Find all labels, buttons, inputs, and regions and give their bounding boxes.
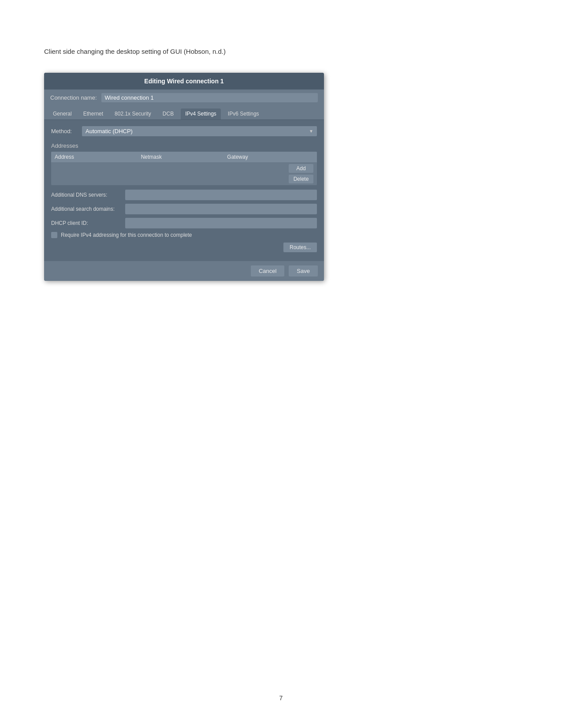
page-number: 7 [279,694,283,702]
dhcp-client-id-input[interactable] [125,218,317,228]
addresses-body: Add Delete [51,162,317,185]
require-ipv4-checkbox[interactable] [51,232,57,238]
col-gateway: Gateway [227,154,313,160]
method-select-wrapper: Automatic (DHCP) [82,126,317,136]
tab-ethernet[interactable]: Ethernet [79,108,108,119]
save-button[interactable]: Save [289,265,318,276]
page-caption: Client side changing the desktop setting… [44,48,226,55]
dns-servers-row: Additional DNS servers: [51,190,317,200]
tabs-row: General Ethernet 802.1x Security DCB IPv… [44,106,324,120]
require-ipv4-row: Require IPv4 addressing for this connect… [51,232,317,238]
dns-servers-input[interactable] [125,190,317,200]
addresses-section-label: Addresses [51,142,317,149]
dialog-content: Method: Automatic (DHCP) Addresses Addre… [44,120,324,261]
method-row: Method: Automatic (DHCP) [51,126,317,136]
dialog-footer: Cancel Save [44,261,324,281]
tab-ipv4-settings[interactable]: IPv4 Settings [181,108,221,119]
dialog-titlebar: Editing Wired connection 1 [44,73,324,90]
dialog-title: Editing Wired connection 1 [144,78,223,85]
col-netmask: Netmask [141,154,227,160]
tab-8021x-security[interactable]: 802.1x Security [110,108,156,119]
search-domains-row: Additional search domains: [51,204,317,214]
addresses-header: Address Netmask Gateway [51,152,317,162]
delete-button[interactable]: Delete [289,175,313,183]
col-address: Address [55,154,141,160]
network-connection-dialog: Editing Wired connection 1 Connection na… [44,73,324,281]
add-button[interactable]: Add [289,164,313,173]
addr-buttons: Add Delete [287,164,313,183]
tab-dcb[interactable]: DCB [158,108,178,119]
require-ipv4-label: Require IPv4 addressing for this connect… [61,232,192,238]
routes-row: Routes... [51,243,317,252]
dhcp-client-id-label: DHCP client ID: [51,220,122,226]
method-label: Method: [51,128,78,134]
connection-name-row: Connection name: Wired connection 1 [44,90,324,106]
connection-name-label: Connection name: [50,94,97,101]
search-domains-input[interactable] [125,204,317,214]
tab-ipv6-settings[interactable]: IPv6 Settings [223,108,264,119]
connection-name-value: Wired connection 1 [101,93,318,102]
routes-button[interactable]: Routes... [283,243,317,252]
dns-servers-label: Additional DNS servers: [51,192,122,198]
cancel-button[interactable]: Cancel [251,265,284,276]
tab-general[interactable]: General [48,108,76,119]
addresses-table: Address Netmask Gateway Add Delete [51,152,317,185]
search-domains-label: Additional search domains: [51,206,122,212]
method-select[interactable]: Automatic (DHCP) [82,126,317,136]
dhcp-client-id-row: DHCP client ID: [51,218,317,228]
